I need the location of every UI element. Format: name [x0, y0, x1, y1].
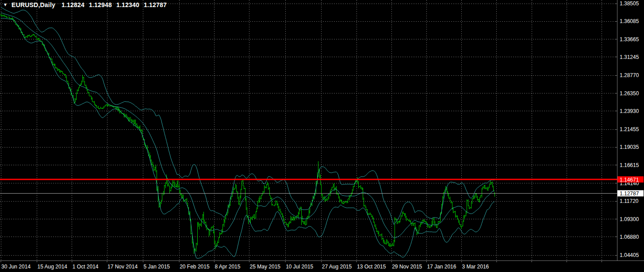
symbol-period-label: EURUSD,Daily — [12, 1, 55, 8]
price-tick-label: 1.33665 — [620, 36, 639, 43]
resistance-price-badge: 1.14671 — [617, 176, 644, 183]
price-tick-label: 1.04405 — [620, 252, 639, 258]
date-tick-label: 3 Mar 2016 — [462, 264, 489, 270]
price-tick-label: 1.36085 — [620, 18, 639, 24]
chart-background — [0, 0, 644, 272]
date-tick-label: 5 Jan 2015 — [144, 264, 170, 270]
date-tick-label: 8 Apr 2015 — [215, 264, 240, 270]
price-tick-label: 1.38505 — [620, 0, 639, 7]
price-tick-label: 1.16615 — [620, 162, 639, 168]
chart-window: 1.385051.360851.336651.312451.287701.263… — [0, 0, 644, 272]
date-tick-label: 20 Feb 2015 — [180, 264, 210, 270]
quote-open-value: 1.12824 — [61, 1, 84, 8]
date-tick-label: 17 Nov 2014 — [107, 264, 138, 270]
current-price-badge: 1.12787 — [617, 190, 644, 197]
price-tick-label: 1.21455 — [620, 126, 639, 132]
date-tick-label: 29 Nov 2015 — [392, 264, 422, 270]
date-tick-label: 25 May 2015 — [250, 264, 281, 270]
date-tick-label: 15 Aug 2014 — [38, 264, 68, 270]
price-tick-label: 1.09300 — [620, 216, 639, 222]
price-tick-label: 1.31245 — [620, 54, 639, 60]
price-tick-label: 1.26350 — [620, 90, 639, 97]
date-tick-label: 1 Oct 2014 — [73, 264, 99, 270]
quote-close-value: 1.12787 — [144, 1, 167, 8]
quote-low-value: 1.12340 — [116, 1, 139, 8]
symbol-dropdown-icon[interactable]: ▼ — [3, 2, 8, 8]
svg-text:1.12787: 1.12787 — [620, 190, 639, 197]
price-tick-label: 1.23930 — [620, 108, 639, 114]
quote-high-value: 1.12948 — [89, 1, 112, 8]
date-tick-label: 10 Jul 2015 — [286, 264, 313, 270]
price-tick-label: 1.06880 — [620, 234, 639, 240]
date-tick-label: 17 Jan 2016 — [427, 264, 456, 270]
date-tick-label: 13 Oct 2015 — [357, 264, 386, 270]
date-tick-label: 27 Aug 2015 — [322, 264, 352, 270]
price-tick-label: 1.28770 — [620, 72, 639, 78]
chart-title-overlay: ▼ EURUSD,Daily 1.12824 1.12948 1.12340 1… — [3, 1, 171, 8]
price-tick-label: 1.19035 — [620, 144, 639, 150]
date-tick-label: 30 Jun 2014 — [1, 264, 31, 270]
price-chart-canvas[interactable]: 1.385051.360851.336651.312451.287701.263… — [0, 0, 644, 272]
price-tick-label: 1.11720 — [620, 198, 639, 204]
svg-text:1.14671: 1.14671 — [620, 177, 639, 183]
